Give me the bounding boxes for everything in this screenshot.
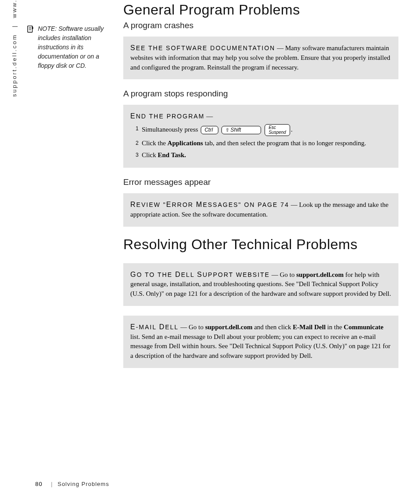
dash: — [206,113,213,120]
side-url-text: support.dell.com | www.dell.com [11,0,18,97]
step-num-1: 1 [136,124,142,136]
key-ctrl: Ctrl [201,126,218,134]
note-label: NOTE: [38,25,57,32]
step-1: 1 Simultaneously press Ctrl ⇧Shift EscSu… [136,124,391,136]
svg-rect-0 [28,26,33,32]
note-icon [26,25,34,33]
subheading-error-messages: Error messages appear [123,177,398,187]
key-esc-suspend: EscSuspend [265,124,290,136]
step-body-3: Click End Task. [142,151,391,160]
footer-divider [52,482,52,487]
footer-section: Solving Problems [58,481,109,487]
step-2: 2 Click the Applications tab, and then s… [136,139,391,148]
dash: — [277,44,284,52]
dash: — [272,271,278,278]
step-num-2: 2 [136,139,142,148]
box-support-website: GO TO THE DELL SUPPORT WEBSITE — Go to s… [123,263,398,306]
box-see-documentation: SEE THE SOFTWARE DOCUMENTATION — Many so… [123,37,398,79]
step-body-1: Simultaneously press Ctrl ⇧Shift EscSusp… [142,124,391,136]
box-email-dell: E-MAIL DELL — Go to support.dell.com and… [123,316,398,368]
side-url-1: www.dell.com [11,0,18,18]
shift-arrow-icon: ⇧ [225,127,229,132]
heading-resolving-other: Resolving Other Technical Problems [123,236,398,253]
page-number: 80 [35,481,42,487]
lead-review-errors: REVIEW "ERROR MESSAGES" ON PAGE 74 [130,201,289,208]
box-review-errors: REVIEW "ERROR MESSAGES" ON PAGE 74 — Loo… [123,193,398,227]
page-footer: 80 Solving Problems [35,481,109,487]
step-body-2: Click the Applications tab, and then sel… [142,139,391,148]
step-3: 3 Click End Task. [136,151,391,160]
note-text: NOTE: Software usually includes installa… [38,24,113,70]
lead-email-dell: E-MAIL DELL [130,324,179,331]
subheading-program-crashes: A program crashes [123,21,398,30]
lead-end-program: END THE PROGRAM [130,113,205,120]
main-content: General Program Problems A program crash… [123,0,398,378]
key-shift: ⇧Shift [221,126,261,134]
heading-general-problems: General Program Problems [123,2,398,18]
dash: — [181,324,187,331]
lead-see-documentation: SEE THE SOFTWARE DOCUMENTATION [130,44,275,52]
subheading-stops-responding: A program stops responding [123,89,398,99]
lead-support-website: GO TO THE DELL SUPPORT WEBSITE [130,271,270,278]
step-num-3: 3 [136,151,142,160]
side-url-2: support.dell.com [11,34,18,97]
dash: — [291,201,297,208]
side-separator: | [11,25,18,27]
margin-note: NOTE: Software usually includes installa… [26,24,114,70]
box-end-program: END THE PROGRAM — 1 Simultaneously press… [123,105,398,168]
